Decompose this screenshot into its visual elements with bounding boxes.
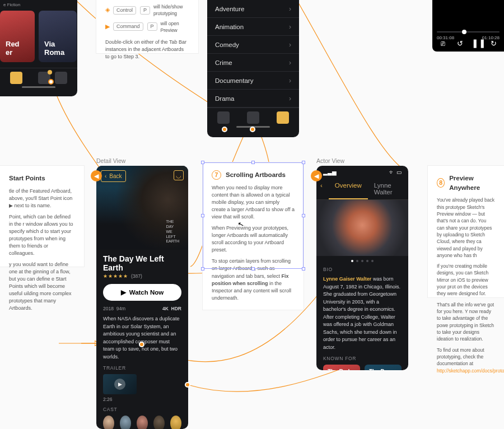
genre-label: Adventure bbox=[215, 6, 244, 12]
chevron-right-icon: › bbox=[289, 41, 291, 49]
known-for-tile[interactable]: The Day We Left Earth Science Fiction bbox=[365, 365, 402, 370]
selection-box bbox=[203, 162, 304, 269]
genre-row[interactable]: Documentary› bbox=[207, 72, 299, 90]
home-indicator-icon bbox=[22, 86, 55, 88]
hotspot-icon[interactable] bbox=[250, 127, 255, 132]
page-dots bbox=[316, 260, 408, 262]
movie-tile[interactable]: Reder bbox=[0, 11, 35, 62]
airplay-icon[interactable]: ⎚ bbox=[438, 39, 448, 48]
section-known-label: KNOWN FOR bbox=[323, 356, 402, 361]
detail-artboard: ‹Back ◡ THEDAYWELEFTEARTH The Day We Lef… bbox=[96, 166, 188, 429]
bio-lead: Lynne Gaiser Walter bbox=[323, 276, 371, 282]
wifi-icon: ᯤ bbox=[389, 169, 395, 175]
tile-title: The Red River bbox=[328, 369, 356, 370]
start-point-icon[interactable]: ◀ bbox=[91, 170, 102, 181]
card-text: Point, which can be defined in the r win… bbox=[9, 213, 75, 257]
chevron-left-icon[interactable]: ‹ bbox=[316, 178, 329, 199]
hint-text: will open Preview bbox=[161, 20, 189, 34]
card-text: y you would want to define one at the gi… bbox=[9, 261, 75, 312]
chevron-right-icon: › bbox=[289, 5, 291, 13]
tab-selector[interactable]: ‹ Overview Lynne Walter bbox=[316, 178, 408, 200]
cast-avatar[interactable] bbox=[120, 416, 131, 429]
scrolling-card-group: 7Scrolling Artboards When you need to di… bbox=[203, 162, 304, 310]
tab-actor-name[interactable]: Lynne Walter bbox=[368, 178, 408, 199]
cast-avatar[interactable] bbox=[153, 416, 165, 429]
hint-text: will hide/show prototyping bbox=[153, 3, 189, 17]
movie-title: The Day We Left Earth bbox=[103, 254, 181, 272]
start-points-card: Start Points tle of the Featured Artboar… bbox=[0, 166, 84, 267]
genre-label: Drama bbox=[215, 95, 235, 102]
section-bio-label: BIO bbox=[323, 267, 402, 272]
kbd-control: Control bbox=[113, 6, 136, 15]
movie-year: 2018 bbox=[103, 306, 114, 311]
preview-anywhere-card: 8Preview Anywhere You've already played … bbox=[428, 166, 504, 297]
actor-artboard-group: Actor View ◀ ▂▃▅ ᯤ▭ ‹ Overview Lynne Wal… bbox=[316, 166, 408, 370]
step-number: 8 bbox=[437, 178, 445, 188]
search-tab-icon[interactable] bbox=[55, 72, 67, 84]
genre-row[interactable]: Drama› bbox=[207, 90, 299, 108]
pause-icon[interactable]: ❚❚ bbox=[472, 38, 482, 48]
featured-tab-icon[interactable] bbox=[10, 72, 22, 84]
genre-label: Documentary bbox=[215, 77, 253, 84]
status-bar: ▂▃▅ ᯤ▭ bbox=[316, 166, 408, 178]
trailer-thumbnail[interactable]: ▶ bbox=[103, 374, 137, 394]
back-button[interactable]: ‹Back bbox=[101, 170, 126, 182]
movie-runtime: 94m bbox=[116, 306, 126, 311]
hotspot-icon[interactable] bbox=[222, 127, 227, 132]
card-text: That's all the info we've got for you he… bbox=[437, 301, 495, 343]
hotspot-icon[interactable] bbox=[185, 382, 190, 388]
card-title: Preview Anywhere bbox=[449, 174, 495, 192]
hotspot-icon[interactable] bbox=[48, 79, 54, 85]
genre-label: Animation bbox=[215, 24, 244, 30]
section-trailer-label: TRAILER bbox=[103, 365, 181, 371]
chevron-right-icon: › bbox=[289, 95, 291, 102]
card-text: You've already played back this prototyp… bbox=[437, 197, 495, 259]
tab-overview[interactable]: Overview bbox=[329, 178, 368, 199]
battery-icon: ▭ bbox=[396, 169, 402, 175]
badge-4k: 4K bbox=[162, 306, 169, 311]
card-body: Double-click on either of the Tab Bar in… bbox=[105, 39, 189, 60]
cast-avatar[interactable] bbox=[103, 416, 114, 429]
kbd-p: P bbox=[140, 6, 150, 15]
genre-row[interactable]: Comedy› bbox=[207, 36, 299, 54]
cast-avatar[interactable] bbox=[170, 416, 181, 429]
hotspot-icon[interactable] bbox=[139, 342, 144, 347]
watch-now-button[interactable]: ▶Watch Now bbox=[103, 284, 181, 301]
chevron-left-icon: ‹ bbox=[105, 173, 106, 179]
genre-label: Comedy bbox=[215, 41, 239, 48]
genres-tab-icon[interactable] bbox=[277, 111, 289, 124]
tab-bar[interactable] bbox=[0, 68, 77, 85]
watch-label: Watch Now bbox=[129, 289, 164, 296]
cast-row bbox=[103, 416, 181, 429]
movie-tile[interactable]: Via Roma bbox=[39, 11, 77, 62]
search-tab-icon[interactable] bbox=[247, 111, 259, 124]
rewind-icon[interactable]: ↺ bbox=[455, 39, 465, 48]
cast-avatar[interactable] bbox=[137, 416, 148, 429]
cellular-icon: ▂▃▅ bbox=[323, 169, 337, 175]
genre-row[interactable]: Adventure› bbox=[207, 0, 299, 18]
tile-title: Via Roma bbox=[44, 40, 71, 57]
play-icon: ▶ bbox=[105, 22, 110, 31]
actor-photo bbox=[316, 200, 408, 256]
genre-row[interactable]: Animation› bbox=[207, 18, 299, 36]
bookmark-icon[interactable]: ◡ bbox=[174, 170, 184, 180]
featured-tab-icon[interactable] bbox=[217, 111, 230, 124]
forward-icon[interactable]: ↻ bbox=[488, 39, 498, 48]
known-for-tile[interactable]: The Red River Thriller bbox=[323, 365, 360, 370]
actor-bio: Lynne Gaiser Walter was born August 7, 1… bbox=[323, 276, 402, 351]
tab-bar[interactable] bbox=[207, 108, 299, 125]
back-label: Back bbox=[109, 173, 122, 179]
play-icon: ▶ bbox=[114, 379, 125, 390]
video-player-artboard: 00:31:08 01:10:28 ⎚ ↺ ❚❚ ↻ bbox=[432, 0, 504, 52]
section-cast-label: CAST bbox=[103, 407, 181, 412]
start-point-icon[interactable]: ◀ bbox=[311, 170, 322, 181]
artboard-label: Detail View bbox=[96, 157, 125, 164]
badge-hdr: HDR bbox=[171, 306, 181, 311]
tile-subtitle: er bbox=[6, 48, 12, 57]
scrubber-icon[interactable] bbox=[462, 30, 466, 34]
genre-row[interactable]: Crime› bbox=[207, 54, 299, 72]
play-icon: ▶ bbox=[121, 288, 126, 296]
card-text: tle of the Featured Artboard, above, you… bbox=[9, 188, 75, 209]
docs-link[interactable]: http://sketchapp.com/docs/prototyping bbox=[437, 368, 504, 374]
genres-artboard: Adventure›Animation›Comedy›Crime›Documen… bbox=[207, 0, 299, 137]
